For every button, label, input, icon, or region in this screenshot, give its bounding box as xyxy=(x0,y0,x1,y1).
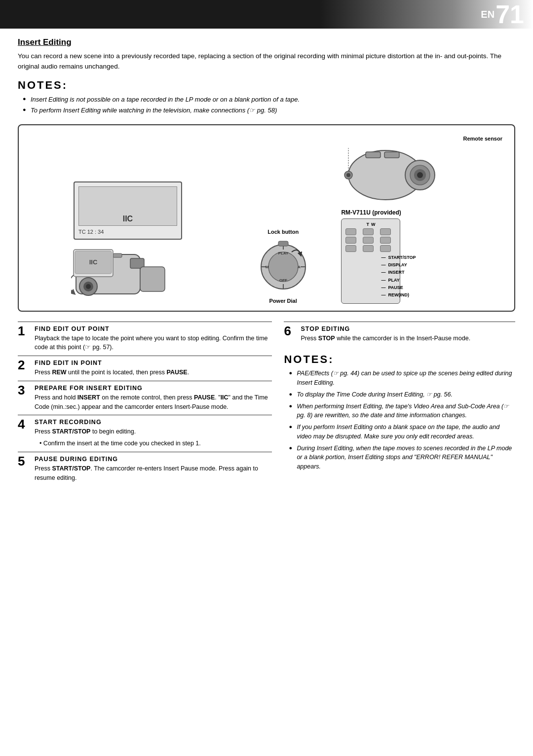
remote-btn-7 xyxy=(345,245,356,252)
step-2: 2 FIND EDIT IN POINT Press REW until the… xyxy=(18,356,272,381)
rm-label: RM-V711U (provided) xyxy=(341,209,401,216)
step-1: 1 FIND EDIT OUT POINT Playback the tape … xyxy=(18,322,272,356)
note-b-3: When performing Insert Editing, the tape… xyxy=(289,402,515,421)
step-5-num: 5 xyxy=(18,455,32,468)
right-column: 6 STOP EDITING Press STOP while the camc… xyxy=(284,322,515,486)
power-dial-svg: PLAY OFF M A xyxy=(256,237,310,296)
diag-right: Remote sensor xyxy=(341,134,507,304)
diag-left: IIC TC 12 : 34 xyxy=(26,177,225,304)
camera-screen: IIC xyxy=(78,186,177,226)
svg-rect-7 xyxy=(113,253,122,257)
remote-btn-6 xyxy=(380,237,391,244)
camcorder-right-svg xyxy=(341,143,440,207)
step-3-num: 3 xyxy=(18,384,32,396)
remote-btn-9 xyxy=(380,245,391,252)
diagram-box: IIC TC 12 : 34 xyxy=(18,124,515,312)
notes-bottom-heading: NOTES: xyxy=(284,353,515,366)
camera-display: IIC TC 12 : 34 xyxy=(74,181,182,240)
svg-text:OFF: OFF xyxy=(279,278,287,283)
power-dial-label: Power Dial xyxy=(269,298,297,304)
step-4: 4 START RECORDING Press START/STOP to be… xyxy=(18,415,272,452)
step-4-num: 4 xyxy=(18,418,32,431)
page-content: Insert Editing You can record a new scen… xyxy=(0,29,533,498)
remote-label-list: START/STOP DISPLAY INSERT PLAY PAUSE REW… xyxy=(381,254,396,299)
step-6-content: STOP EDITING Press STOP while the camcor… xyxy=(301,325,515,343)
remote-btn-1 xyxy=(345,228,356,235)
svg-rect-5 xyxy=(140,267,165,291)
remote-btn-8 xyxy=(363,245,374,252)
note-top-1: Insert Editing is not possible on a tape… xyxy=(23,95,515,105)
step-3-content: PREPARE FOR INSERT EDITING Press and hol… xyxy=(35,385,272,412)
step-5-content: PAUSE DURING EDITING Press START/STOP. T… xyxy=(35,456,272,483)
intro-paragraph: You can record a new scene into a previo… xyxy=(18,51,515,72)
note-b-1: PAE/Effects (☞ pg. 44) can be used to sp… xyxy=(289,369,515,388)
step-5: 5 PAUSE DURING EDITING Press START/STOP.… xyxy=(18,452,272,486)
svg-point-12 xyxy=(268,252,298,282)
note-top-2: To perform Insert Editing while watching… xyxy=(23,106,515,115)
remote-btn-5 xyxy=(363,237,374,244)
step-6-heading: STOP EDITING xyxy=(301,325,515,332)
page-header: EN 71 xyxy=(0,0,533,29)
step-1-body: Playback the tape to locate the point wh… xyxy=(35,334,272,353)
step-6: 6 STOP EDITING Press STOP while the camc… xyxy=(284,322,515,347)
remote-label-display: DISPLAY xyxy=(381,261,396,269)
remote-btn-4 xyxy=(345,237,356,244)
notes-bottom-section: NOTES: PAE/Effects (☞ pg. 44) can be use… xyxy=(284,353,515,471)
notes-bottom-list: PAE/Effects (☞ pg. 44) can be used to sp… xyxy=(284,369,515,471)
svg-point-30 xyxy=(346,173,350,177)
remote-btn-2 xyxy=(363,228,374,235)
step-5-body: Press START/STOP. The camcorder re-enter… xyxy=(35,464,272,483)
step-1-num: 1 xyxy=(18,324,32,337)
svg-text:M: M xyxy=(265,265,268,269)
step-4-note: Confirm the insert at the time code you … xyxy=(35,439,272,448)
notes-top-list: Insert Editing is not possible on a tape… xyxy=(18,95,515,115)
svg-rect-21 xyxy=(278,241,288,246)
step-4-body: Press START/STOP to begin editing. xyxy=(35,427,272,436)
step-2-content: FIND EDIT IN POINT Press REW until the p… xyxy=(35,360,272,377)
step-4-content: START RECORDING Press START/STOP to begi… xyxy=(35,419,272,448)
section-title: Insert Editing xyxy=(18,37,515,47)
svg-text:PLAY: PLAY xyxy=(278,251,288,255)
remote-sensor-label: Remote sensor xyxy=(463,136,502,142)
step-2-heading: FIND EDIT IN POINT xyxy=(35,360,272,366)
step-5-heading: PAUSE DURING EDITING xyxy=(35,456,272,463)
step-1-heading: FIND EDIT OUT POINT xyxy=(35,325,272,332)
en-label: EN xyxy=(481,9,495,20)
diagram-inner: IIC TC 12 : 34 xyxy=(26,134,507,304)
remote-label-pause: PAUSE xyxy=(381,284,396,291)
lower-content: 1 FIND EDIT OUT POINT Playback the tape … xyxy=(18,322,515,486)
page-number: 71 xyxy=(495,1,524,27)
svg-point-3 xyxy=(86,284,91,289)
remote-btn-3 xyxy=(380,228,391,235)
step-4-heading: START RECORDING xyxy=(35,419,272,426)
step-6-body: Press STOP while the camcorder is in the… xyxy=(301,334,515,343)
remote-label-play: PLAY xyxy=(381,277,396,284)
camcorder-left-svg: IIC xyxy=(71,240,180,304)
steps-column: 1 FIND EDIT OUT POINT Playback the tape … xyxy=(18,322,272,486)
note-b-2: To display the Time Code during Insert E… xyxy=(289,390,515,399)
svg-rect-27 xyxy=(366,152,381,158)
step-1-content: FIND EDIT OUT POINT Playback the tape to… xyxy=(35,325,272,353)
remote-label-insert: INSERT xyxy=(381,269,396,276)
remote-label-start-stop: START/STOP xyxy=(381,254,396,261)
note-b-4: If you perform Insert Editing onto a bla… xyxy=(289,423,515,441)
svg-point-26 xyxy=(417,172,423,178)
remote-label-rewind: REW(IND) xyxy=(381,291,396,299)
step-3-body: Press and hold INSERT on the remote cont… xyxy=(35,393,272,412)
note-b-5: During Insert Editing, when the tape mov… xyxy=(289,444,515,471)
diag-center: Lock button PLAY OFF M A xyxy=(225,227,342,304)
svg-text:A: A xyxy=(298,265,301,269)
svg-rect-28 xyxy=(384,152,399,158)
remote-control-box: T W xyxy=(341,218,400,304)
notes-top-heading: NOTES: xyxy=(18,79,515,92)
tw-row: T W xyxy=(345,222,396,227)
step-2-body: Press REW until the point is located, th… xyxy=(35,368,272,377)
step-3: 3 PREPARE FOR INSERT EDITING Press and h… xyxy=(18,381,272,415)
screen-logo: IIC xyxy=(82,215,174,223)
step-6-num: 6 xyxy=(284,324,298,337)
tc-label: TC 12 : 34 xyxy=(78,229,177,235)
step-2-num: 2 xyxy=(18,359,32,371)
svg-text:IIC: IIC xyxy=(89,258,98,266)
lock-button-label: Lock button xyxy=(267,229,299,235)
step-3-heading: PREPARE FOR INSERT EDITING xyxy=(35,385,272,392)
